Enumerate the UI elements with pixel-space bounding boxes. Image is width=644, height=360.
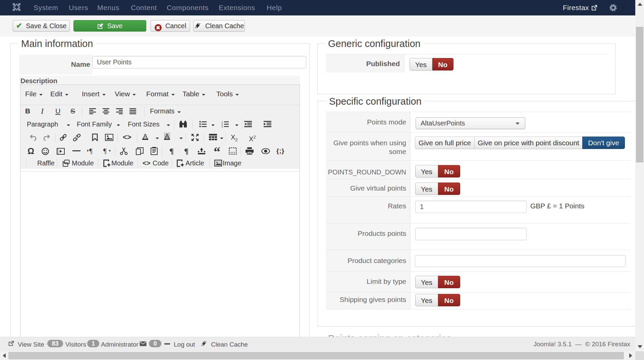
svg-text:¶: ¶ [103,148,107,154]
svg-text:¶: ¶ [89,148,93,154]
svg-text:3: 3 [221,125,223,127]
